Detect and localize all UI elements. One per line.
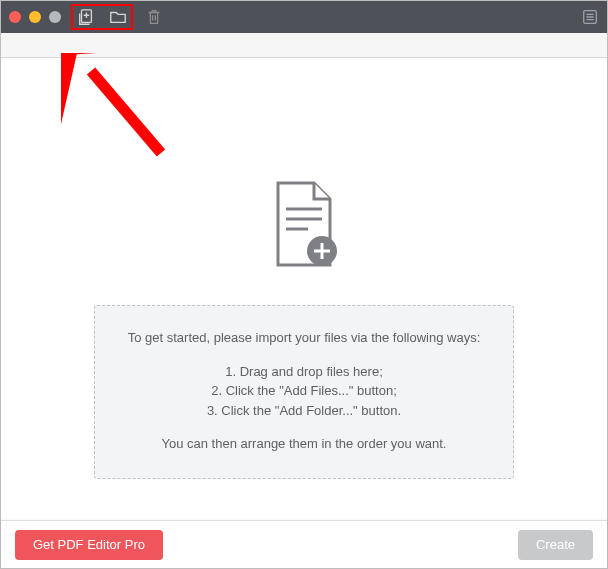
svg-line-2: [91, 71, 161, 153]
get-pdf-editor-pro-button[interactable]: Get PDF Editor Pro: [15, 530, 163, 560]
titlebar: [1, 1, 607, 33]
instructions-panel: To get started, please import your files…: [94, 305, 514, 479]
footer-bar: Get PDF Editor Pro Create: [1, 520, 607, 568]
instructions-list: 1. Drag and drop files here; 2. Click th…: [113, 362, 495, 421]
list-view-icon[interactable]: [581, 8, 599, 26]
create-button: Create: [518, 530, 593, 560]
annotation-highlight-box: [71, 4, 133, 30]
instruction-step-1: 1. Drag and drop files here;: [113, 362, 495, 382]
instructions-trail: You can then arrange them in the order y…: [113, 434, 495, 454]
minimize-window-button[interactable]: [29, 11, 41, 23]
instruction-step-3: 3. Click the "Add Folder..." button.: [113, 401, 495, 421]
import-document-icon: [268, 179, 340, 275]
zoom-window-button[interactable]: [49, 11, 61, 23]
app-window: To get started, please import your files…: [0, 0, 608, 569]
instructions-lead: To get started, please import your files…: [113, 328, 495, 348]
window-controls: [9, 11, 61, 23]
secondary-bar: [1, 33, 607, 58]
add-files-icon[interactable]: [77, 8, 95, 26]
instruction-step-2: 2. Click the "Add Files..." button;: [113, 381, 495, 401]
drop-zone[interactable]: To get started, please import your files…: [1, 58, 607, 520]
annotation-arrow-icon: [61, 53, 181, 173]
delete-icon[interactable]: [145, 8, 163, 26]
toolbar: [71, 4, 163, 30]
add-folder-icon[interactable]: [109, 8, 127, 26]
close-window-button[interactable]: [9, 11, 21, 23]
